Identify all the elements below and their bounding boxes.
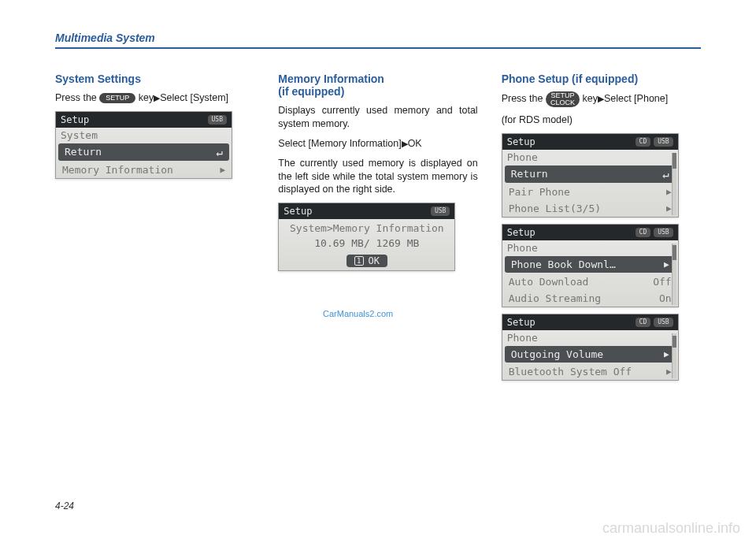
memory-info-p2: Select [Memory Information]▶OK: [278, 137, 477, 151]
menu-item-auto-download[interactable]: Auto Download Off: [502, 273, 678, 290]
menu-item-bluetooth-system-off[interactable]: Bluetooth System Off ▶: [502, 363, 678, 380]
key-line-2: CLOCK: [550, 99, 575, 106]
page-number: 4-24: [55, 500, 74, 511]
menu-item-label: Return: [65, 146, 102, 158]
text-fragment: Press the: [502, 93, 543, 104]
phone-setup-p1: Press the SETUPCLOCK key▶Select [Phone]: [502, 91, 701, 107]
cd-indicator-icon: CD: [636, 318, 651, 327]
menu-item-phone-list[interactable]: Phone List(3/5) ▶: [502, 200, 678, 217]
screen-section-label: Phone: [502, 240, 678, 255]
screen-titlebar: Setup USB: [56, 112, 232, 128]
text-fragment: OK: [408, 138, 422, 149]
screen-title: Setup: [284, 206, 312, 217]
screen-title: Setup: [507, 227, 536, 238]
screen-section-label: System: [56, 128, 232, 143]
menu-item-label: Audio Streaming: [509, 292, 601, 304]
scrollbar-thumb[interactable]: [673, 336, 676, 347]
screen-section-label: Phone: [502, 150, 678, 165]
heading-line-2: (if equipped): [278, 85, 344, 98]
column-3: Phone Setup (if equipped) Press the SETU…: [502, 73, 701, 387]
menu-item-value: On: [659, 292, 672, 304]
watermark-footer: carmanualsonline.info: [602, 520, 740, 537]
menu-item-memory-info[interactable]: Memory Information ▶: [56, 162, 232, 178]
return-icon: ↵: [217, 146, 223, 158]
text-fragment: Select [Phone]: [604, 93, 668, 104]
screen-phone-1: Setup CD USB Phone Return ↵ Pair Phone ▶…: [502, 133, 679, 218]
system-settings-heading: System Settings: [55, 73, 254, 85]
ok-label: OK: [369, 255, 380, 266]
usb-indicator-icon: USB: [654, 137, 673, 147]
menu-item-label: Auto Download: [509, 276, 589, 288]
menu-item-outgoing-volume[interactable]: Outgoing Volume ▶: [505, 346, 676, 363]
return-icon: ↵: [662, 168, 669, 180]
system-settings-instruction: Press the SETUP key▶Select [System]: [55, 91, 254, 105]
setup-key-icon: SETUP: [99, 93, 135, 103]
chevron-right-icon: ▶: [666, 203, 672, 214]
screen-title: Setup: [61, 114, 89, 125]
memory-value: 10.69 MB/ 1269 MB: [284, 237, 450, 249]
text-fragment: Select [Memory Information]: [278, 138, 401, 149]
menu-item-return[interactable]: Return ↵: [505, 166, 676, 183]
screen-title: Setup: [507, 317, 536, 328]
menu-item-label: Phone List(3/5): [509, 203, 601, 214]
triangle-right-icon: ▶: [402, 139, 408, 148]
chevron-right-icon: ▶: [666, 366, 672, 377]
screen-title: Setup: [507, 136, 536, 147]
scrollbar-thumb[interactable]: [673, 153, 676, 169]
phone-setup-p2: (for RDS model): [502, 113, 701, 127]
ok-button[interactable]: 1 OK: [346, 255, 387, 267]
usb-indicator-icon: USB: [654, 318, 673, 327]
screen-memory-information: Setup USB System>Memory Information 10.6…: [278, 203, 455, 271]
chevron-right-icon: ▶: [220, 165, 225, 175]
preset-1-icon: 1: [354, 256, 364, 266]
text-fragment: Press the: [55, 92, 97, 103]
running-header: Multimedia System: [55, 32, 701, 49]
content-columns: System Settings Press the SETUP key▶Sele…: [55, 73, 701, 387]
screen-titlebar: Setup CD USB: [502, 225, 678, 240]
setup-clock-key-icon: SETUPCLOCK: [546, 91, 580, 107]
screen-system-setup: Setup USB System Return ↵ Memory Informa…: [55, 111, 232, 179]
memory-info-p3: The currently used memory is displayed o…: [278, 157, 477, 197]
cd-indicator-icon: CD: [636, 228, 651, 237]
text-fragment: key: [139, 92, 154, 103]
triangle-right-icon: ▶: [598, 94, 604, 103]
memory-info-p1: Displays currently used memory and total…: [278, 104, 477, 131]
scrollbar[interactable]: [672, 244, 676, 305]
chevron-right-icon: ▶: [664, 259, 669, 270]
memory-info-heading: Memory Information (if equipped): [278, 73, 477, 98]
menu-item-label: Memory Information: [62, 164, 173, 176]
screen-phone-2: Setup CD USB Phone Phone Book Downl… ▶ A…: [502, 224, 679, 307]
screen-titlebar: Setup CD USB: [502, 134, 678, 150]
text-fragment: Select [System]: [160, 92, 228, 103]
menu-item-phone-book-download[interactable]: Phone Book Downl… ▶: [505, 256, 676, 273]
manual-page: Multimedia System System Settings Press …: [0, 0, 756, 403]
usb-indicator-icon: USB: [654, 228, 673, 237]
heading-line-1: Memory Information: [278, 73, 384, 85]
menu-item-audio-streaming[interactable]: Audio Streaming On: [502, 290, 678, 307]
menu-item-label: Phone Book Downl…: [511, 258, 616, 270]
column-2: Memory Information (if equipped) Display…: [278, 73, 477, 387]
menu-item-label: Bluetooth System Off: [509, 366, 632, 377]
usb-indicator-icon: USB: [431, 206, 450, 216]
phone-setup-heading: Phone Setup (if equipped): [502, 73, 701, 85]
menu-item-value: Off: [653, 276, 671, 288]
scrollbar[interactable]: [672, 153, 676, 215]
menu-item-label: Outgoing Volume: [511, 348, 603, 360]
text-fragment: key: [582, 93, 597, 104]
column-1: System Settings Press the SETUP key▶Sele…: [55, 73, 254, 387]
chevron-right-icon: ▶: [664, 349, 669, 359]
chevron-right-icon: ▶: [666, 187, 672, 197]
screen-titlebar: Setup CD USB: [502, 314, 678, 330]
menu-item-label: Return: [511, 168, 548, 180]
screen-section-label: Phone: [502, 330, 678, 345]
scrollbar-thumb[interactable]: [673, 245, 676, 261]
menu-item-return[interactable]: Return ↵: [58, 143, 229, 161]
menu-item-label: Pair Phone: [509, 186, 570, 198]
menu-item-pair-phone[interactable]: Pair Phone ▶: [502, 184, 678, 200]
memory-breadcrumb: System>Memory Information: [284, 222, 450, 234]
cd-indicator-icon: CD: [636, 137, 651, 147]
scrollbar[interactable]: [672, 333, 676, 378]
screen-titlebar: Setup USB: [279, 203, 454, 219]
usb-indicator-icon: USB: [208, 115, 227, 125]
screen-phone-3: Setup CD USB Phone Outgoing Volume ▶ Blu…: [502, 314, 679, 381]
